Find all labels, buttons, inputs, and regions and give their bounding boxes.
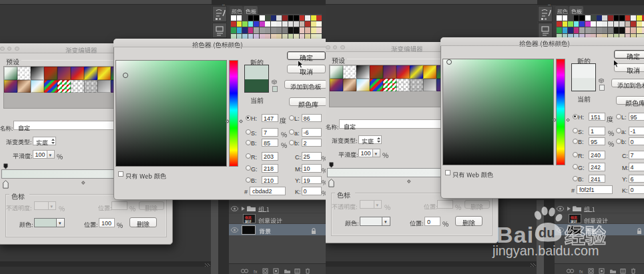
svg-text:fx: fx xyxy=(579,269,583,274)
svg-text:fx: fx xyxy=(254,269,258,274)
